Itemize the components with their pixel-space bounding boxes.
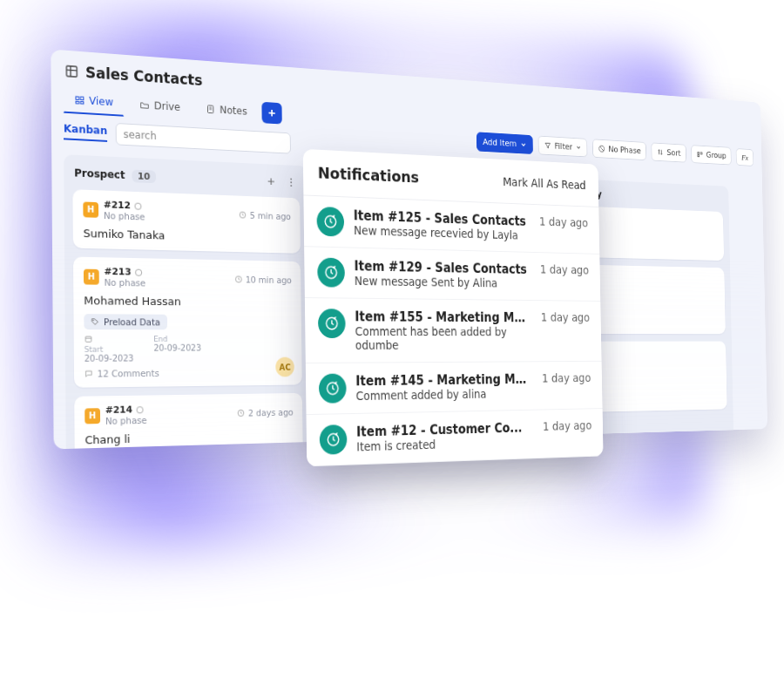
svg-rect-3	[76, 101, 78, 104]
notification-icon	[316, 207, 344, 237]
notification-subtitle: Comment added by alina	[355, 386, 533, 403]
notification-list: Item #125 - Sales ContactsNew message re…	[303, 195, 603, 466]
notification-time: 1 day ago	[539, 214, 588, 229]
card-phase: No phase	[104, 210, 145, 221]
svg-point-11	[290, 181, 292, 183]
svg-point-10	[290, 179, 292, 180]
notification-icon	[317, 257, 345, 287]
card-id: #212	[104, 199, 131, 211]
sort-label: Sort	[666, 148, 680, 159]
no-phase-icon	[598, 145, 605, 153]
mark-all-read-button[interactable]: Mark All As Read	[503, 174, 586, 191]
tab-drive-label: Drive	[154, 99, 180, 112]
page-title: Sales Contacts	[85, 64, 203, 89]
svg-rect-1	[76, 97, 78, 100]
notification-item[interactable]: Item #155 - Marketing Ma...Comment has b…	[305, 298, 602, 363]
filter-label: Filter	[555, 141, 573, 152]
fx-button[interactable]: Fx	[736, 148, 754, 166]
notification-time: 1 day ago	[541, 310, 590, 323]
tab-view[interactable]: View	[64, 86, 125, 117]
clock-icon	[239, 210, 247, 219]
svg-rect-4	[80, 102, 83, 105]
group-label: Group	[706, 150, 727, 160]
notification-icon	[320, 424, 348, 455]
notifications-panel: Notifications Mark All As Read Item #125…	[303, 149, 604, 467]
tab-notes-label: Notes	[220, 104, 247, 117]
svg-rect-0	[66, 66, 77, 78]
tab-notes[interactable]: Notes	[195, 95, 257, 124]
group-icon	[696, 150, 703, 159]
sort-icon	[657, 148, 664, 157]
svg-point-12	[290, 185, 292, 187]
subtab-kanban[interactable]: Kanban	[64, 123, 107, 142]
notification-time: 1 day ago	[540, 262, 589, 276]
add-tab-button[interactable]	[262, 101, 282, 124]
no-phase-button[interactable]: No Phase	[592, 139, 646, 160]
svg-rect-2	[80, 97, 83, 100]
column-title: Prospect	[74, 167, 125, 181]
info-icon	[134, 201, 143, 210]
filter-button[interactable]: Filter	[537, 136, 587, 158]
card-name: Sumiko Tanaka	[84, 227, 292, 245]
fx-label: Fx	[741, 153, 748, 161]
chevron-down-icon	[520, 140, 527, 148]
add-item-label: Add Item	[483, 137, 517, 149]
filter-icon	[544, 141, 551, 150]
search-placeholder: search	[124, 128, 157, 142]
chevron-down-icon	[576, 144, 582, 151]
card-time: 5 min ago	[239, 209, 291, 221]
notification-time: 1 day ago	[542, 371, 591, 385]
notification-icon	[319, 374, 347, 404]
no-phase-label: No Phase	[608, 145, 640, 156]
column-count: 10	[132, 169, 156, 183]
card[interactable]: H #212 No phase 5 min ago	[72, 189, 301, 254]
notification-item[interactable]: Item #145 - Marketing Ma...Comment added…	[306, 362, 603, 415]
notification-title: Item #155 - Marketing Ma...	[355, 309, 532, 325]
tab-drive[interactable]: Drive	[129, 91, 191, 119]
table-icon	[64, 64, 78, 78]
notification-time: 1 day ago	[543, 418, 591, 432]
column-add-button[interactable]	[264, 173, 278, 189]
notification-subtitle: Comment has been added by odumbe	[355, 324, 532, 352]
group-button[interactable]: Group	[691, 145, 732, 165]
svg-rect-8	[700, 153, 702, 154]
notification-icon	[318, 309, 346, 338]
notifications-title: Notifications	[318, 164, 419, 187]
column-menu-button[interactable]	[284, 175, 298, 190]
svg-point-13	[135, 202, 141, 209]
sort-button[interactable]: Sort	[652, 142, 686, 162]
svg-rect-7	[698, 153, 700, 154]
notification-item[interactable]: Item #129 - Sales ContactsNew message Se…	[304, 247, 600, 302]
card-badge: H	[83, 201, 98, 217]
notification-title: Item #145 - Marketing Ma...	[355, 372, 533, 390]
tab-view-label: View	[89, 95, 113, 108]
svg-rect-9	[698, 155, 700, 157]
add-item-button[interactable]: Add Item	[476, 132, 533, 154]
